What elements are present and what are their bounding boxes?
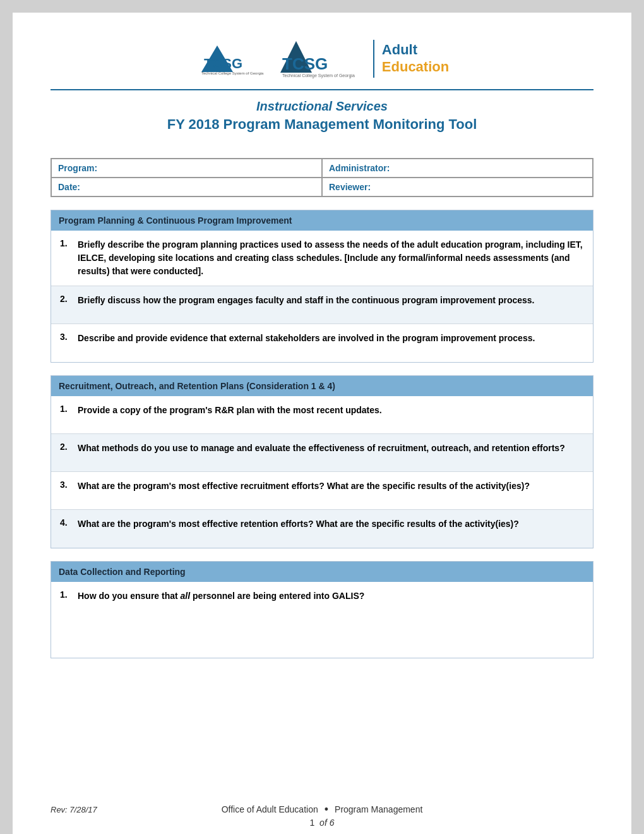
page: TCSG Technical College System of Georgia… [13,13,631,834]
question-2-4: 4. What are the program's most effective… [51,510,593,548]
page-number: 1 [310,818,315,828]
reviewer-cell: Reviewer: [322,178,593,196]
question-3-1: 1. How do you ensure that all personnel … [51,582,593,658]
q3-number: 3. [60,332,78,354]
date-label: Date: [58,182,80,192]
q2-1-text: Provide a copy of the program's R&R plan… [78,404,382,426]
section2-header: Recruitment, Outreach, and Retention Pla… [51,376,593,396]
q3-1-text: How do you ensure that all personnel are… [78,589,364,650]
svg-text:TCSG: TCSG [204,56,242,71]
question-2-2: 2. What methods do you use to manage and… [51,434,593,472]
q2-number: 2. [60,294,78,316]
administrator-label: Administrator: [329,163,390,173]
q1-text: Briefly describe the program planning pr… [78,238,584,278]
question-2-3: 3. What are the program's most effective… [51,472,593,510]
q2-4-text: What are the program's most effective re… [78,517,519,540]
section-data-collection: Data Collection and Reporting 1. How do … [51,561,593,658]
svg-text:Technical College System of Ge: Technical College System of Georgia [201,71,264,75]
section-program-planning: Program Planning & Continuous Program Im… [51,210,593,363]
tcsg-svg-logo: TCSG Technical College System of Georgia [277,38,366,79]
page-title: Instructional Services FY 2018 Program M… [167,99,477,133]
question-2-1: 1. Provide a copy of the program's R&R p… [51,396,593,434]
logo-container: TCSG Technical College System of Georgia… [195,38,449,79]
q2-3-number: 3. [60,480,78,502]
program-cell: Program: [51,159,322,178]
q2-1-number: 1. [60,404,78,426]
logo-divider [373,40,374,78]
q3-1-number: 1. [60,589,78,650]
page-of: of 6 [319,818,334,828]
title-line1: Instructional Services [167,99,477,114]
footer-office: Office of Adult Education [222,804,318,814]
header-rule [51,89,593,90]
question-1-1: 1. Briefly describe the program planning… [51,231,593,286]
q2-2-text: What methods do you use to manage and ev… [78,442,565,464]
q2-4-number: 4. [60,517,78,540]
date-cell: Date: [51,178,322,196]
q3-text: Describe and provide evidence that exter… [78,332,535,354]
section2-title: Recruitment, Outreach, and Retention Pla… [59,381,335,391]
footer-bullet: • [325,804,328,815]
q2-text: Briefly discuss how the program engages … [78,294,534,316]
q1-number: 1. [60,238,78,278]
program-label: Program: [58,163,97,173]
page-header: TCSG Technical College System of Georgia… [51,38,593,145]
page-footer: Rev: 7/28/17 Office of Adult Education •… [51,804,593,828]
svg-text:Technical College System of Ge: Technical College System of Georgia [282,73,355,78]
svg-text:TCSG: TCSG [282,54,328,73]
logo-group: TCSG Technical College System of Georgia… [277,38,449,79]
reviewer-label: Reviewer: [329,182,371,192]
footer-program: Program Management [335,804,422,814]
section-recruitment: Recruitment, Outreach, and Retention Pla… [51,375,593,548]
education-text: Education [382,59,449,75]
section1-header: Program Planning & Continuous Program Im… [51,210,593,231]
question-1-2: 2. Briefly discuss how the program engag… [51,286,593,324]
question-1-3: 3. Describe and provide evidence that ex… [51,324,593,362]
section3-title: Data Collection and Reporting [59,567,186,577]
footer-rev: Rev: 7/28/17 [51,805,97,814]
section1-body: 1. Briefly describe the program planning… [51,231,593,362]
section1-title: Program Planning & Continuous Program Im… [59,215,292,226]
footer-top: Rev: 7/28/17 Office of Adult Education •… [51,804,593,815]
section3-header: Data Collection and Reporting [51,562,593,582]
footer-page: 1 of 6 [51,818,593,828]
tcsg-logo: TCSG Technical College System of Georgia [195,39,271,78]
q2-3-text: What are the program's most effective re… [78,480,530,502]
section2-body: 1. Provide a copy of the program's R&R p… [51,396,593,548]
administrator-cell: Administrator: [322,159,593,178]
title-line2: FY 2018 Program Management Monitoring To… [167,116,477,133]
adult-education-label: Adult Education [382,42,449,75]
adult-text: Adult [382,42,449,58]
section3-body: 1. How do you ensure that all personnel … [51,582,593,658]
q2-2-number: 2. [60,442,78,464]
info-grid: Program: Administrator: Date: Reviewer: [51,158,593,197]
